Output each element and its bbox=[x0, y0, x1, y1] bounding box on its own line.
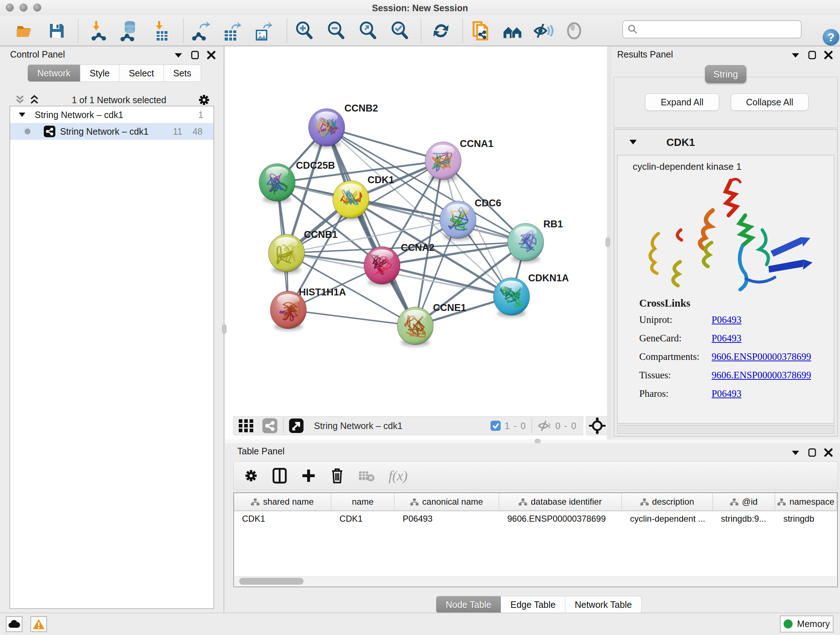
zoom-out-button[interactable] bbox=[325, 20, 347, 41]
refresh-button[interactable] bbox=[431, 20, 452, 41]
cell-shared-name[interactable]: CDK1 bbox=[234, 512, 332, 526]
collapse-all-button[interactable]: Collapse All bbox=[731, 93, 808, 111]
network-row[interactable]: String Network – cdk1 11 48 bbox=[10, 123, 213, 140]
edge-HIST1H1A-CCNE1[interactable] bbox=[288, 310, 415, 326]
cell-name[interactable]: CDK1 bbox=[332, 512, 395, 526]
node-label-RB1: RB1 bbox=[543, 219, 563, 230]
crosshair-icon[interactable] bbox=[589, 417, 606, 434]
help-button[interactable]: ? bbox=[823, 29, 839, 46]
gear-icon[interactable] bbox=[197, 93, 210, 106]
tab-network[interactable]: Network bbox=[27, 65, 80, 82]
node-HIST1H1A[interactable]: HIST1H1A bbox=[270, 287, 346, 331]
open-session-button[interactable] bbox=[14, 20, 35, 41]
add-column-icon[interactable] bbox=[301, 468, 316, 483]
network-graph[interactable]: CCNB2CCNA1CDC25BCDK1CDC6RB1CCNB1CCNA2CDK… bbox=[225, 46, 607, 440]
tab-edge-table[interactable]: Edge Table bbox=[501, 596, 565, 613]
cell-namespace[interactable]: stringdb bbox=[775, 512, 837, 526]
node-CCNE1[interactable]: CCNE1 bbox=[397, 302, 466, 347]
warnings-button[interactable] bbox=[30, 616, 47, 632]
export-image-button[interactable] bbox=[252, 20, 273, 41]
tab-node-table[interactable]: Node Table bbox=[436, 596, 501, 613]
delete-column-icon[interactable] bbox=[330, 467, 344, 484]
search-input[interactable] bbox=[638, 24, 797, 35]
panel-float-icon[interactable] bbox=[191, 51, 199, 59]
panel-menu-icon[interactable] bbox=[791, 449, 800, 456]
node-highlight bbox=[404, 310, 426, 321]
collection-expander-icon[interactable] bbox=[18, 112, 26, 118]
panel-close-icon[interactable] bbox=[824, 51, 833, 59]
collapse-all-icon[interactable] bbox=[14, 95, 26, 105]
tab-network-table[interactable]: Network Table bbox=[565, 596, 642, 613]
gray-eye-button[interactable] bbox=[564, 20, 584, 41]
section-expander-icon[interactable] bbox=[629, 139, 638, 146]
share-file-button[interactable] bbox=[470, 20, 491, 41]
zoom-selected-button[interactable] bbox=[389, 20, 410, 41]
tab-sets[interactable]: Sets bbox=[164, 65, 201, 82]
splitter-handle[interactable] bbox=[606, 238, 610, 247]
birdseye-view-icon[interactable] bbox=[289, 418, 304, 433]
import-table-button[interactable] bbox=[151, 20, 172, 41]
node-CCNA1[interactable]: CCNA1 bbox=[425, 138, 493, 181]
node-CDKN1A[interactable]: CDKN1A bbox=[493, 272, 569, 317]
crosslink-link[interactable]: P06493 bbox=[712, 333, 742, 344]
tab-style[interactable]: Style bbox=[80, 65, 120, 82]
splitter-handle[interactable] bbox=[222, 325, 226, 334]
export-table-button[interactable] bbox=[221, 20, 242, 41]
table-settings-gear-icon[interactable] bbox=[244, 469, 258, 483]
tab-string[interactable]: String bbox=[705, 65, 746, 83]
edge-CCNA2-CDKN1A[interactable] bbox=[382, 265, 512, 296]
export-network-button[interactable] bbox=[189, 20, 210, 41]
zoom-selected-icon bbox=[390, 20, 410, 41]
node-CDC25B[interactable]: CDC25B bbox=[259, 160, 335, 203]
cloud-button[interactable] bbox=[6, 616, 22, 632]
import-network-file-button[interactable] bbox=[88, 20, 109, 41]
search-field[interactable] bbox=[622, 20, 802, 38]
memory-button[interactable]: Memory bbox=[780, 616, 834, 632]
network-canvas[interactable]: CCNB2CCNA1CDC25BCDK1CDC6RB1CCNB1CCNA2CDK… bbox=[225, 46, 607, 440]
grid-view-icon[interactable] bbox=[237, 418, 255, 434]
node-RB1[interactable]: RB1 bbox=[508, 219, 563, 263]
save-session-button[interactable] bbox=[46, 20, 67, 41]
import-network-database-button[interactable] bbox=[118, 20, 140, 41]
column-header-database-identifier[interactable]: database identifier bbox=[499, 493, 622, 510]
node-CDK1[interactable]: CDK1 bbox=[333, 174, 394, 220]
expand-all-icon[interactable] bbox=[28, 95, 41, 105]
column-header-namespace[interactable]: namespace bbox=[775, 493, 837, 510]
string-home-button[interactable] bbox=[502, 20, 523, 41]
show-columns-icon[interactable] bbox=[272, 467, 287, 484]
zoom-in-button[interactable] bbox=[294, 20, 315, 41]
table-horizontal-scrollbar[interactable] bbox=[235, 576, 836, 586]
panel-menu-icon[interactable] bbox=[791, 52, 800, 58]
column-header-name[interactable]: name bbox=[332, 493, 395, 510]
column-header-description[interactable]: description bbox=[622, 493, 713, 510]
share-view-icon[interactable] bbox=[262, 418, 278, 434]
expand-all-button[interactable]: Expand All bbox=[645, 93, 719, 111]
panel-menu-icon[interactable] bbox=[174, 52, 183, 58]
scrollbar-thumb[interactable] bbox=[239, 578, 303, 585]
horizontal-splitter[interactable] bbox=[225, 440, 840, 443]
column-header--id[interactable]: @id bbox=[713, 493, 775, 510]
crosslink-link[interactable]: P06493 bbox=[712, 388, 742, 399]
node-CCNB2[interactable]: CCNB2 bbox=[309, 103, 378, 148]
cell-description[interactable]: cyclin-dependent ... bbox=[622, 512, 713, 526]
cell--id[interactable]: stringdb:9... bbox=[713, 512, 775, 526]
panel-close-icon[interactable] bbox=[824, 448, 833, 457]
column-header-canonical-name[interactable]: canonical name bbox=[395, 493, 499, 510]
crosslink-link[interactable]: 9606.ENSP00000378699 bbox=[712, 351, 811, 363]
hide-unhide-button[interactable] bbox=[532, 20, 554, 41]
table-row[interactable]: CDK1CDK1P064939606.ENSP00000378699cyclin… bbox=[234, 512, 837, 526]
selected-checkbox-icon[interactable] bbox=[490, 420, 501, 431]
panel-float-icon[interactable] bbox=[808, 448, 816, 457]
panel-float-icon[interactable] bbox=[808, 51, 816, 59]
gene-section-header[interactable]: CDK1 bbox=[615, 130, 836, 154]
zoom-fit-button[interactable] bbox=[357, 20, 378, 41]
network-collection-row[interactable]: String Network – cdk1 1 bbox=[10, 106, 213, 123]
column-header-shared-name[interactable]: shared name bbox=[234, 493, 332, 510]
crosslink-link[interactable]: 9606.ENSP00000378699 bbox=[712, 370, 811, 381]
results-scrollbar[interactable] bbox=[617, 425, 834, 434]
crosslink-link[interactable]: P06493 bbox=[712, 314, 742, 325]
tab-select[interactable]: Select bbox=[119, 65, 164, 82]
panel-close-icon[interactable] bbox=[207, 51, 216, 59]
cell-database-identifier[interactable]: 9606.ENSP00000378699 bbox=[499, 512, 622, 526]
cell-canonical-name[interactable]: P06493 bbox=[395, 512, 499, 526]
